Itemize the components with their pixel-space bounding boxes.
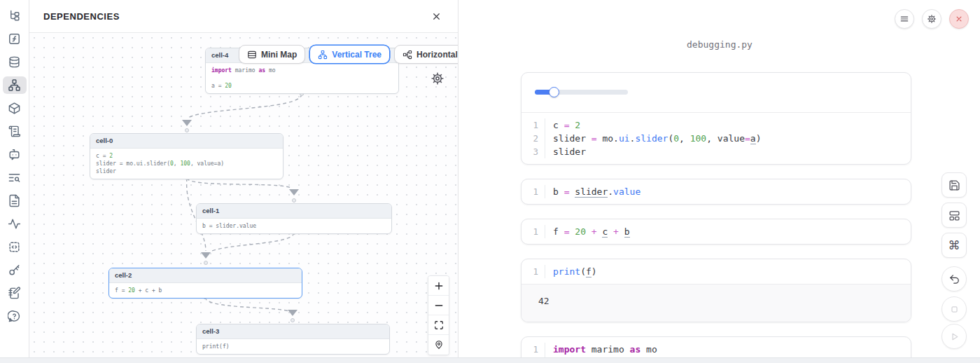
fit-view-button[interactable]: [428, 315, 449, 335]
code-token: a: [750, 133, 756, 144]
sidebar-item-secrets[interactable]: [3, 261, 27, 279]
vertical-tree-button[interactable]: Vertical Tree: [309, 45, 390, 64]
code-token: slider: [635, 133, 668, 144]
center-view-button[interactable]: [428, 335, 449, 355]
save-button[interactable]: [941, 172, 967, 198]
code-token: 20: [128, 287, 135, 294]
code-editor[interactable]: 1f = 20 + c + b: [522, 219, 911, 244]
element: a = 20: [211, 82, 393, 90]
graph-node-cell-3[interactable]: cell-3print(f): [196, 324, 390, 355]
graph-settings-button[interactable]: [430, 71, 444, 85]
play-icon: [948, 331, 960, 343]
undo-icon: [948, 273, 960, 285]
sidebar-item-datasources[interactable]: [3, 53, 27, 71]
code-editor[interactable]: 1c = 22slider = mo.ui.slider(0, 100, val…: [522, 113, 911, 164]
sidebar-item-dependencies[interactable]: [3, 76, 27, 94]
element: slider = mo.ui.slider(0, 100, value=a): [96, 160, 277, 167]
line-number: 1: [522, 343, 545, 356]
code-token: ): [756, 133, 762, 144]
code-editor[interactable]: 1print(f): [522, 259, 911, 284]
undo-button[interactable]: [941, 266, 967, 292]
activity-icon: [8, 217, 21, 231]
code-token: [608, 226, 613, 237]
graph-node-cell-0[interactable]: cell-0c = 2slider = mo.ui.slider(0, 100,…: [90, 133, 284, 179]
code-token: 100: [180, 160, 190, 167]
code-token: [586, 133, 592, 144]
zoom-in-button[interactable]: [428, 276, 449, 296]
scroll-icon: [8, 125, 21, 138]
cell-output: 42: [522, 284, 911, 322]
database-icon: [8, 55, 21, 69]
slider-widget[interactable]: [535, 87, 628, 97]
dependency-canvas[interactable]: Mini Map Vertical Tree Horizontal Tree c…: [29, 33, 458, 357]
zoom-out-button[interactable]: [428, 296, 449, 315]
sidebar-item-search[interactable]: [3, 169, 27, 186]
line-number: 3: [522, 145, 545, 158]
element: b = slider.value: [202, 222, 386, 230]
element: print(f): [202, 343, 384, 350]
graph-node-title: cell-3: [197, 324, 389, 339]
sidebar-item-logs[interactable]: [3, 123, 27, 140]
stop-button[interactable]: [941, 296, 967, 322]
notebook-cell-0[interactable]: 1c = 22slider = mo.ui.slider(0, 100, val…: [521, 72, 911, 165]
sidebar-item-packages[interactable]: [3, 100, 27, 117]
element: 1c = 2: [522, 118, 911, 132]
mini-map-button[interactable]: Mini Map: [239, 45, 305, 64]
element: import marimo as mo: [211, 67, 393, 74]
layout-button[interactable]: [941, 203, 967, 228]
run-button[interactable]: [941, 324, 967, 349]
graph-node-cell-1[interactable]: cell-1b = slider.value: [196, 203, 392, 234]
element: [211, 74, 393, 82]
sidebar-item-file-tree[interactable]: [3, 7, 27, 25]
code-snippet-icon: [8, 240, 21, 254]
dependencies-header: DEPENDENCIES: [29, 0, 458, 33]
code-line: slider: [545, 145, 586, 158]
graph-zoom-controls: [428, 275, 449, 355]
horizontal-tree-icon: [402, 50, 412, 60]
mini-map-icon: [247, 50, 257, 60]
code-token: marimo: [232, 67, 259, 74]
line-number: 1: [522, 265, 545, 278]
keyboard-shortcuts-button[interactable]: ⌘: [941, 233, 967, 258]
code-token: ui: [619, 133, 630, 144]
stop-icon: [948, 303, 960, 315]
close-dependencies-button[interactable]: [428, 8, 444, 24]
code-token: import: [211, 67, 232, 74]
notebook-cell-2[interactable]: 1f = 20 + c + b: [521, 219, 911, 245]
notebook-cell-1[interactable]: 1b = slider.value: [521, 179, 911, 205]
sidebar-item-chat[interactable]: [3, 146, 27, 163]
sidebar-item-variables[interactable]: [3, 30, 27, 48]
graph-view-toolbar: Mini Map Vertical Tree Horizontal Tree: [239, 45, 458, 64]
graph-node-title: cell-2: [109, 268, 302, 283]
sidebar-item-tracing[interactable]: [3, 215, 27, 233]
code-token: 2: [575, 120, 580, 130]
code-token: a =: [211, 83, 225, 89]
save-icon: [948, 179, 960, 191]
package-icon: [8, 102, 21, 115]
code-token: [559, 120, 564, 130]
code-token: [559, 226, 564, 237]
code-token: mo: [602, 133, 613, 144]
code-token: =: [592, 133, 597, 144]
graph-node-code: c = 2slider = mo.ui.slider(0, 100, value…: [90, 149, 283, 179]
code-line: print(f): [545, 265, 597, 278]
sidebar-item-scratchpad[interactable]: [3, 285, 27, 302]
notebook-cell-3[interactable]: 1print(f)42: [521, 259, 911, 322]
command-icon: ⌘: [948, 240, 960, 252]
code-token: print(f): [202, 343, 230, 350]
sidebar-item-help[interactable]: [3, 308, 27, 325]
graph-node-cell-2[interactable]: cell-2f = 20 + c + b: [108, 268, 302, 299]
code-token: ,: [679, 133, 690, 144]
graph-node-code: b = slider.value: [197, 219, 391, 233]
element: f = 20 + c + b: [115, 287, 296, 294]
code-token: as: [258, 67, 265, 74]
function-icon: [8, 32, 21, 46]
horizontal-tree-button[interactable]: Horizontal Tree: [394, 45, 458, 64]
code-token: mo: [265, 67, 275, 74]
sidebar-item-documentation[interactable]: [3, 192, 27, 210]
code-token: 100: [690, 133, 706, 144]
mini-map-label: Mini Map: [261, 50, 297, 60]
sidebar-item-snippets[interactable]: [3, 238, 27, 256]
code-editor[interactable]: 1b = slider.value: [522, 179, 911, 204]
slider-thumb[interactable]: [549, 87, 559, 97]
